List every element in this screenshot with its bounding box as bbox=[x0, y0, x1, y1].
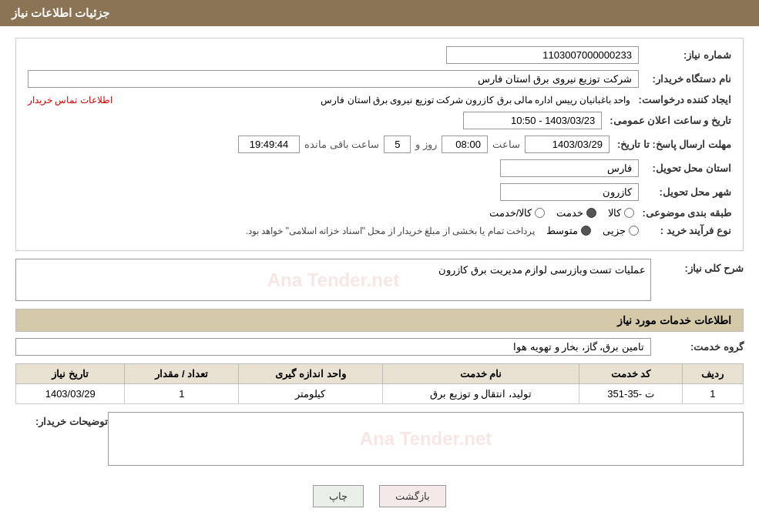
deadline-remaining-label: ساعت باقی مانده bbox=[304, 139, 379, 150]
category-kala-khadamat-option[interactable]: کالا/خدمت bbox=[489, 207, 546, 219]
service-group-value: تامین برق، گاز، بخار و تهویه هوا bbox=[15, 338, 651, 356]
buyer-notes-label: توضیحات خریدار: bbox=[15, 412, 108, 427]
creator-label: ایجاد کننده درخواست: bbox=[630, 94, 731, 105]
province-value: فارس bbox=[500, 159, 639, 177]
creator-value: واحد باغبانیان رییس اداره مالی برق کازرو… bbox=[113, 95, 631, 105]
deadline-remaining-time: 19:49:44 bbox=[238, 136, 300, 153]
description-label: شرح کلی نیاز: bbox=[651, 259, 744, 274]
announce-date-value: 1403/03/23 - 10:50 bbox=[463, 112, 602, 129]
watermark: Ana Tender.net bbox=[267, 269, 400, 291]
deadline-days: 5 bbox=[384, 136, 411, 153]
need-number-label: شماره نیاز: bbox=[639, 49, 731, 61]
col-service-name: نام خدمت bbox=[382, 364, 579, 384]
category-khadamat-radio bbox=[586, 208, 596, 218]
footer-buttons: بازگشت چاپ bbox=[15, 473, 744, 519]
page-wrapper: جزئیات اطلاعات نیاز شماره نیاز: 11030070… bbox=[0, 0, 759, 532]
col-unit: واحد اندازه گیری bbox=[239, 364, 382, 384]
announce-date-label: تاریخ و ساعت اعلان عمومی: bbox=[602, 115, 731, 126]
page-header: جزئیات اطلاعات نیاز bbox=[0, 0, 759, 26]
province-label: استان محل تحویل: bbox=[639, 162, 731, 174]
main-content: شماره نیاز: 1103007000000233 نام دستگاه … bbox=[0, 26, 759, 530]
deadline-date: 1403/03/29 bbox=[525, 136, 610, 153]
deadline-label: مهلت ارسال پاسخ: تا تاریخ: bbox=[610, 139, 731, 150]
process-motavaset-radio bbox=[581, 226, 591, 236]
description-wrapper: Ana Tender.net عملیات تست وبازرسی لوازم … bbox=[15, 259, 651, 301]
table-row: 1ت -35-351تولید، انتقال و توزیع برقکیلوم… bbox=[16, 384, 744, 404]
buyer-org-row: نام دستگاه خریدار: شرکت توزیع نیروی برق … bbox=[28, 70, 731, 88]
deadline-time: 08:00 bbox=[442, 136, 488, 153]
province-row: استان محل تحویل: فارس bbox=[28, 159, 731, 177]
description-value: عملیات تست وبازرسی لوازم مدیریت برق کازر… bbox=[438, 264, 646, 276]
back-button[interactable]: بازگشت bbox=[379, 485, 446, 507]
deadline-days-label: روز و bbox=[415, 139, 437, 150]
process-radio-group: جزیی متوسط bbox=[546, 225, 639, 236]
col-service-code: کد خدمت bbox=[579, 364, 682, 384]
contact-link[interactable]: اطلاعات تماس خریدار bbox=[28, 95, 113, 105]
buyer-notes-container: Ana Tender.net bbox=[108, 412, 744, 466]
form-section-top: شماره نیاز: 1103007000000233 نام دستگاه … bbox=[15, 38, 744, 251]
cell-unit: کیلومتر bbox=[239, 384, 382, 404]
page-title: جزئیات اطلاعات نیاز bbox=[12, 6, 109, 19]
col-date: تاریخ نیاز bbox=[16, 364, 125, 384]
creator-row: ایجاد کننده درخواست: واحد باغبانیان رییس… bbox=[28, 94, 731, 105]
process-label: نوع فرآیند خرید : bbox=[639, 225, 731, 236]
buyer-notes-row: Ana Tender.net توضیحات خریدار: bbox=[15, 412, 744, 466]
description-container: Ana Tender.net عملیات تست وبازرسی لوازم … bbox=[15, 259, 651, 301]
services-table: ردیف کد خدمت نام خدمت واحد اندازه گیری ت… bbox=[15, 363, 744, 404]
category-khadamat-option[interactable]: خدمت bbox=[556, 207, 596, 219]
cell-row_num: 1 bbox=[682, 384, 743, 404]
col-row-num: ردیف bbox=[682, 364, 743, 384]
process-row: نوع فرآیند خرید : جزیی متوسط پرداخت تمام… bbox=[28, 225, 731, 236]
cell-service_code: ت -35-351 bbox=[579, 384, 682, 404]
process-jozi-label: جزیی bbox=[603, 225, 626, 236]
watermark-notes: Ana Tender.net bbox=[360, 428, 492, 450]
print-button[interactable]: چاپ bbox=[313, 485, 364, 507]
cell-quantity: 1 bbox=[125, 384, 239, 404]
process-info: پرداخت تمام یا بخشی از مبلغ خریدار از مح… bbox=[246, 226, 535, 236]
announce-date-row: تاریخ و ساعت اعلان عمومی: 1403/03/23 - 1… bbox=[28, 112, 731, 129]
deadline-time-label: ساعت bbox=[492, 139, 520, 150]
service-group-row: گروه خدمت: تامین برق، گاز، بخار و تهویه … bbox=[15, 338, 744, 356]
buyer-org-label: نام دستگاه خریدار: bbox=[639, 73, 731, 85]
cell-date: 1403/03/29 bbox=[16, 384, 125, 404]
category-label: طبقه بندی موضوعی: bbox=[634, 207, 731, 219]
category-kala-khadamat-radio bbox=[535, 208, 545, 218]
service-group-label: گروه خدمت: bbox=[651, 341, 744, 353]
need-number-row: شماره نیاز: 1103007000000233 bbox=[28, 46, 731, 64]
col-quantity: تعداد / مقدار bbox=[125, 364, 239, 384]
category-khadamat-label: خدمت bbox=[556, 207, 583, 219]
table-header-row: ردیف کد خدمت نام خدمت واحد اندازه گیری ت… bbox=[16, 364, 744, 384]
process-jozi-option[interactable]: جزیی bbox=[603, 225, 639, 236]
category-kala-khadamat-label: کالا/خدمت bbox=[489, 207, 532, 219]
process-motavaset-label: متوسط bbox=[546, 225, 578, 236]
cell-service_name: تولید، انتقال و توزیع برق bbox=[382, 384, 579, 404]
category-kala-option[interactable]: کالا bbox=[608, 207, 634, 219]
city-label: شهر محل تحویل: bbox=[639, 186, 731, 198]
deadline-row: مهلت ارسال پاسخ: تا تاریخ: 1403/03/29 سا… bbox=[28, 136, 731, 153]
category-row: طبقه بندی موضوعی: کالا خدمت کالا/خدمت bbox=[28, 207, 731, 219]
city-value: کازرون bbox=[500, 183, 639, 201]
process-jozi-radio bbox=[629, 226, 639, 236]
services-section-title: اطلاعات خدمات مورد نیاز bbox=[15, 309, 744, 332]
category-kala-label: کالا bbox=[608, 207, 621, 219]
description-row: شرح کلی نیاز: Ana Tender.net عملیات تست … bbox=[15, 259, 744, 301]
category-radio-group: کالا خدمت کالا/خدمت bbox=[489, 207, 635, 219]
buyer-org-value: شرکت توزیع نیروی برق استان فارس bbox=[28, 70, 639, 88]
category-kala-radio bbox=[624, 208, 634, 218]
need-number-value: 1103007000000233 bbox=[446, 46, 639, 64]
process-motavaset-option[interactable]: متوسط bbox=[546, 225, 591, 236]
city-row: شهر محل تحویل: کازرون bbox=[28, 183, 731, 201]
